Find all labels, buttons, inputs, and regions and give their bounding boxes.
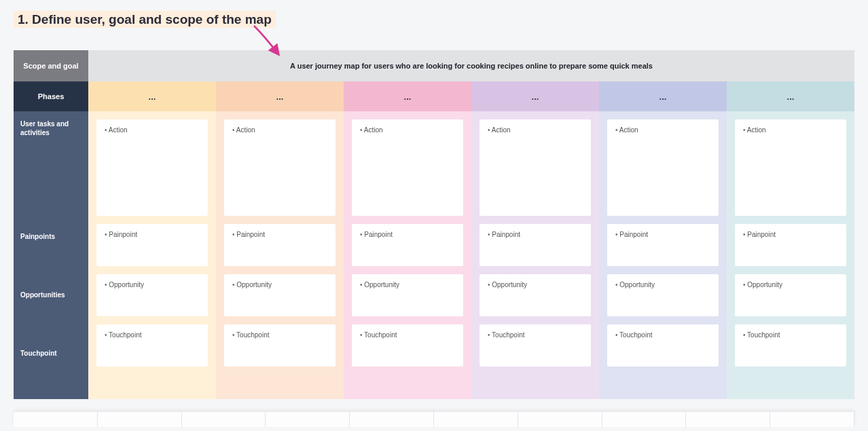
action-card[interactable]: Action (607, 119, 719, 216)
action-item: Action (743, 126, 838, 134)
opportunity-item: Opportunity (105, 281, 200, 288)
phase-column: Action Painpoint Opportunity Touchpoint (727, 111, 854, 399)
journey-map: Scope and goal A user journey map for us… (14, 50, 854, 399)
phase-column: Action Painpoint Opportunity Touchpoint (599, 111, 727, 399)
painpoint-item: Painpoint (743, 231, 838, 238)
phase-column: Action Painpoint Opportunity Touchpoint (216, 111, 344, 399)
touchpoint-card[interactable]: Touchpoint (224, 324, 336, 367)
touchpoint-item: Touchpoint (232, 331, 327, 339)
opportunity-card[interactable]: Opportunity (96, 274, 208, 316)
touchpoint-card[interactable]: Touchpoint (607, 324, 719, 367)
row-label-opportunities: Opportunities (14, 282, 88, 341)
row-labels: User tasks and activities Painpoints Opp… (14, 111, 88, 399)
painpoint-card[interactable]: Painpoint (352, 224, 463, 266)
phase-column: Action Painpoint Opportunity Touchpoint (344, 111, 471, 399)
action-card[interactable]: Action (735, 119, 846, 216)
touchpoint-card[interactable]: Touchpoint (735, 324, 846, 367)
touchpoint-item: Touchpoint (615, 331, 710, 339)
painpoint-item: Painpoint (232, 231, 327, 238)
painpoint-card[interactable]: Painpoint (480, 224, 591, 266)
row-label-touchpoint: Touchpoint (14, 341, 88, 399)
page-title: 1. Define user, goal and scope of the ma… (14, 11, 276, 28)
touchpoint-card[interactable]: Touchpoint (480, 324, 591, 367)
phase-header[interactable]: ... (344, 81, 471, 111)
phase-column: Action Painpoint Opportunity Touchpoint (471, 111, 599, 399)
action-card[interactable]: Action (224, 119, 336, 216)
opportunity-item: Opportunity (360, 281, 455, 288)
action-card[interactable]: Action (96, 119, 208, 216)
phase-header[interactable]: ... (471, 81, 599, 111)
action-item: Action (105, 126, 200, 134)
row-label-tasks: User tasks and activities (14, 111, 88, 224)
painpoint-card[interactable]: Painpoint (224, 224, 336, 266)
touchpoint-item: Touchpoint (743, 331, 838, 339)
scope-label: Scope and goal (14, 50, 88, 81)
phase-header[interactable]: ... (599, 81, 727, 111)
action-item: Action (232, 126, 327, 134)
painpoint-card[interactable]: Painpoint (607, 224, 719, 266)
action-card[interactable]: Action (352, 119, 463, 216)
journey-map-page: 1. Define user, goal and scope of the ma… (0, 0, 868, 411)
scope-text: A user journey map for users who are loo… (88, 50, 854, 81)
opportunity-card[interactable]: Opportunity (607, 274, 719, 316)
journey-body: User tasks and activities Painpoints Opp… (14, 111, 854, 399)
painpoint-item: Painpoint (488, 231, 583, 238)
action-card[interactable]: Action (480, 119, 591, 216)
phase-column: Action Painpoint Opportunity Touchpoint (88, 111, 216, 399)
painpoint-item: Painpoint (105, 231, 200, 238)
painpoint-card[interactable]: Painpoint (96, 224, 208, 266)
opportunity-card[interactable]: Opportunity (735, 274, 846, 316)
opportunity-card[interactable]: Opportunity (224, 274, 336, 316)
action-item: Action (488, 126, 583, 134)
action-item: Action (360, 126, 455, 134)
opportunity-item: Opportunity (743, 281, 838, 288)
opportunity-card[interactable]: Opportunity (480, 274, 591, 316)
painpoint-card[interactable]: Painpoint (735, 224, 846, 266)
painpoint-item: Painpoint (615, 231, 710, 238)
touchpoint-item: Touchpoint (360, 331, 455, 339)
row-label-painpoints: Painpoints (14, 224, 88, 282)
phase-header[interactable]: ... (216, 81, 344, 111)
phase-header[interactable]: ... (88, 81, 216, 111)
opportunity-card[interactable]: Opportunity (352, 274, 463, 316)
touchpoint-item: Touchpoint (105, 331, 200, 339)
opportunity-item: Opportunity (615, 281, 710, 288)
opportunity-item: Opportunity (488, 281, 583, 288)
painpoint-item: Painpoint (360, 231, 455, 238)
opportunity-item: Opportunity (232, 281, 327, 288)
phase-header[interactable]: ... (727, 81, 854, 111)
action-item: Action (615, 126, 710, 134)
phases-label: Phases (14, 81, 88, 111)
touchpoint-item: Touchpoint (488, 331, 583, 339)
touchpoint-card[interactable]: Touchpoint (96, 324, 208, 367)
touchpoint-card[interactable]: Touchpoint (352, 324, 463, 367)
bottom-grid-strip (14, 412, 854, 427)
